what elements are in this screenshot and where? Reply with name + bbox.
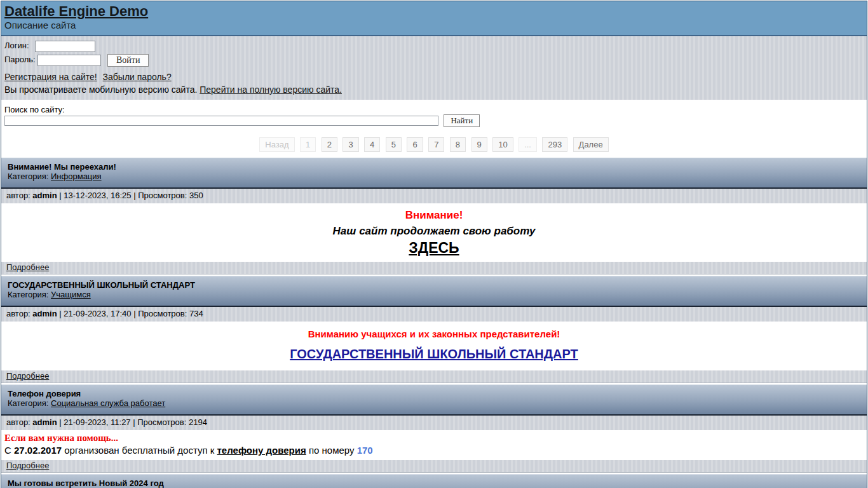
news-title: Внимание! Мы переехали!: [8, 162, 860, 172]
login-area: Логин: Пароль: Войти Регистрация на сайт…: [1, 36, 867, 100]
site-subtitle: Описание сайта: [4, 19, 864, 31]
news-item: Телефон доверия Категория: Социальная сл…: [1, 384, 867, 473]
pagination-next[interactable]: Далее: [573, 137, 609, 152]
pagination: Назад 1 2 3 4 5 6 7 8 9 10 ... 293 Далее: [1, 137, 867, 152]
attention-text: Вниманию учащихся и их законных представ…: [8, 329, 860, 339]
login-label: Логин:: [4, 41, 32, 50]
read-more-link[interactable]: Подробнее: [6, 461, 49, 470]
news-category-line: Категория: Информация: [8, 172, 860, 181]
login-row: Логин:: [4, 41, 864, 52]
mobile-note-text: Вы просматриваете мобильную версию сайта…: [4, 85, 197, 95]
news-category-link[interactable]: Информация: [51, 172, 102, 181]
read-more-bar: Подробнее: [1, 370, 867, 383]
pagination-page[interactable]: 9: [471, 137, 487, 152]
read-more-bar: Подробнее: [1, 460, 867, 473]
meta-separator: |: [133, 191, 135, 200]
news-meta: автор: admin | 13-12-2023, 16:25 | Просм…: [1, 189, 867, 203]
search-area: Поиск по сайту: Найти: [1, 100, 867, 127]
site-title-link[interactable]: Datalife Engine Demo: [4, 3, 148, 19]
text-segment: организован бесплатный доступ к: [62, 445, 217, 456]
news-title: Мы готовы встретить Новый 2024 год: [8, 478, 860, 488]
category-label: Категория:: [8, 172, 48, 181]
here-link[interactable]: ЗДЕСЬ: [409, 240, 459, 256]
search-button[interactable]: Найти: [444, 114, 480, 127]
helpline-link[interactable]: телефону доверия: [217, 445, 306, 456]
pagination-page[interactable]: 5: [386, 137, 402, 152]
news-date: 21-09-2023, 11:27: [64, 417, 130, 427]
date-segment: 27.02.2017: [14, 445, 62, 456]
help-text: Если вам нужна помощь...: [4, 433, 864, 444]
standard-link[interactable]: ГОСУДАРСТВЕННЫЙ ШКОЛЬНЫЙ СТАНДАРТ: [290, 347, 578, 362]
author-label: автор:: [6, 417, 31, 427]
password-label: Пароль:: [4, 55, 36, 64]
meta-separator: |: [59, 417, 61, 427]
login-submit-button[interactable]: Войти: [107, 54, 149, 67]
register-link[interactable]: Регистрация на сайте!: [4, 72, 97, 82]
read-more-bar: Подробнее: [1, 262, 867, 274]
read-more-link[interactable]: Подробнее: [6, 262, 49, 272]
category-label: Категория:: [8, 398, 48, 408]
news-item: Внимание! Мы переехали! Категория: Инфор…: [1, 158, 867, 274]
meta-separator: |: [59, 309, 61, 318]
news-title-bar: Внимание! Мы переехали! Категория: Инфор…: [1, 158, 867, 189]
news-body: Если вам нужна помощь... С 27.02.2017 ор…: [1, 430, 867, 460]
password-row: Пароль: Войти: [4, 54, 864, 67]
read-more-link[interactable]: Подробнее: [6, 371, 49, 381]
search-label: Поиск по сайту:: [4, 105, 864, 114]
news-body: Внимание! Наш сайт продолжает свою работ…: [1, 203, 867, 262]
mobile-version-note: Вы просматриваете мобильную версию сайта…: [4, 85, 864, 95]
author-name: admin: [32, 191, 57, 200]
news-category-line: Категория: Учащимся: [8, 290, 860, 299]
news-meta: автор: admin | 21-09-2023, 17:40 | Просм…: [1, 307, 867, 322]
pagination-page[interactable]: 3: [342, 137, 358, 152]
password-input[interactable]: [37, 55, 101, 66]
views-count: 734: [189, 309, 203, 318]
views-label: Просмотров:: [137, 417, 186, 427]
pagination-prev: Назад: [259, 137, 294, 152]
news-category-link[interactable]: Социальная служба работает: [51, 398, 165, 408]
full-version-link[interactable]: Перейти на полную версию сайта.: [200, 85, 342, 95]
text-segment: по номеру: [306, 445, 357, 456]
news-meta: автор: admin | 21-09-2023, 11:27 | Просм…: [1, 416, 867, 430]
pagination-page[interactable]: 293: [542, 137, 567, 152]
pagination-page[interactable]: 2: [322, 137, 337, 152]
news-item: Мы готовы встретить Новый 2024 год Катег…: [1, 474, 867, 488]
pagination-page[interactable]: 4: [364, 137, 380, 152]
forgot-password-link[interactable]: Забыли пароль?: [103, 72, 172, 82]
news-category-line: Категория: Социальная служба работает: [8, 398, 860, 408]
news-title-bar: ГОСУДАРСТВЕННЫЙ ШКОЛЬНЫЙ СТАНДАРТ Катего…: [1, 276, 867, 307]
news-category-link[interactable]: Учащимся: [51, 290, 91, 299]
views-count: 350: [189, 191, 203, 200]
search-input[interactable]: [4, 116, 438, 126]
views-label: Просмотров:: [138, 191, 187, 200]
news-date: 13-12-2023, 16:25: [64, 191, 131, 200]
author-name: admin: [32, 309, 57, 318]
phone-text-line: С 27.02.2017 организован бесплатный дост…: [4, 445, 864, 456]
pagination-page[interactable]: 6: [407, 137, 423, 152]
phone-number: 170: [357, 445, 373, 456]
meta-separator: |: [133, 417, 135, 427]
login-input[interactable]: [35, 41, 95, 52]
news-title-bar: Мы готовы встретить Новый 2024 год Катег…: [1, 474, 867, 488]
views-count: 2194: [189, 417, 207, 427]
page-container: Datalife Engine Demo Описание сайта Логи…: [1, 1, 867, 488]
views-label: Просмотров:: [138, 309, 187, 318]
text-segment: С: [4, 445, 14, 456]
login-links: Регистрация на сайте! Забыли пароль?: [4, 72, 864, 82]
category-label: Категория:: [8, 290, 48, 299]
news-item: ГОСУДАРСТВЕННЫЙ ШКОЛЬНЫЙ СТАНДАРТ Катего…: [1, 276, 867, 383]
news-body: Вниманию учащихся и их законных представ…: [1, 322, 867, 370]
news-body-text: Наш сайт продолжает свою работу: [8, 225, 860, 238]
pagination-page[interactable]: 8: [450, 137, 466, 152]
pagination-ellipsis: ...: [519, 137, 537, 152]
site-header: Datalife Engine Demo Описание сайта: [1, 1, 867, 36]
news-title-bar: Телефон доверия Категория: Социальная сл…: [1, 384, 867, 416]
author-name: admin: [32, 417, 57, 427]
pagination-page[interactable]: 7: [428, 137, 444, 152]
meta-separator: |: [59, 191, 61, 200]
pagination-page[interactable]: 10: [492, 137, 513, 152]
attention-text: Внимание!: [8, 209, 860, 222]
news-title: ГОСУДАРСТВЕННЫЙ ШКОЛЬНЫЙ СТАНДАРТ: [8, 280, 860, 290]
meta-separator: |: [133, 309, 135, 318]
news-title: Телефон доверия: [8, 389, 860, 398]
